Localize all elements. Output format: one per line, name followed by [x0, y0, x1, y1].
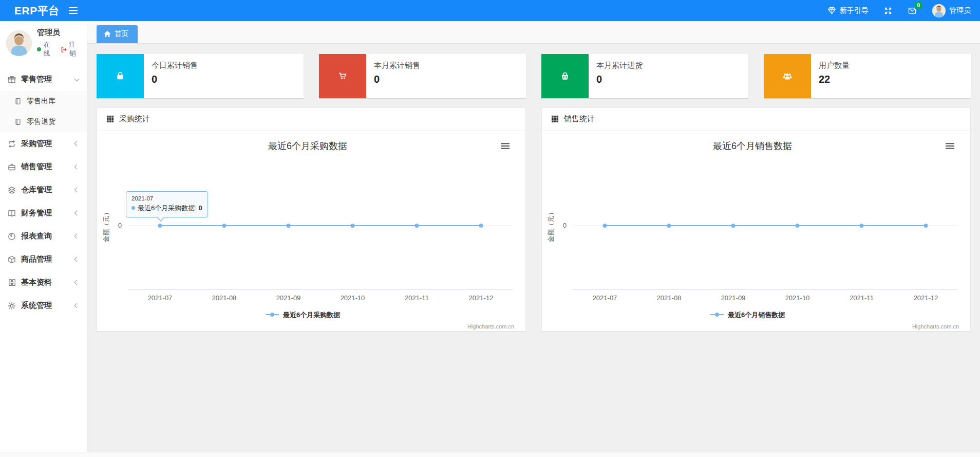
avatar [6, 30, 32, 56]
user-menu[interactable]: 管理员 [932, 4, 971, 17]
stat-card-body: 本月累计进货0 [589, 54, 650, 98]
sidebar-item-label: 销售管理 [21, 162, 70, 172]
main-area: 首页 今日累计销售0本月累计销售0本月累计进货0用户数量22 采购统计 最近6个… [87, 21, 980, 452]
data-point [158, 224, 162, 228]
sidebar-item-报表查询[interactable]: 报表查询 [0, 225, 87, 248]
x-axis-label: 2021-09 [276, 294, 301, 302]
logout-label: 注销 [69, 41, 82, 58]
sidebar-item-系统管理[interactable]: 系统管理 [0, 294, 87, 317]
chevron-down-icon [74, 76, 80, 81]
shopping-bag-icon-box [97, 54, 144, 98]
data-point [731, 224, 736, 228]
home-icon [104, 30, 111, 38]
sidebar-item-仓库管理[interactable]: 仓库管理 [0, 178, 87, 202]
series-dot-icon [131, 206, 135, 210]
data-point [796, 224, 800, 228]
gem-icon [827, 6, 836, 15]
chevron-left-icon [74, 141, 80, 147]
data-point [415, 224, 419, 228]
x-axis-label: 2021-12 [469, 294, 494, 302]
legend-label: 最近6个月销售数据 [727, 311, 785, 319]
stat-card-body: 本月累计销售0 [366, 54, 428, 98]
sidebar-item-label: 财务管理 [21, 208, 70, 218]
navbar-user-name: 管理员 [949, 6, 971, 15]
expand-icon [884, 7, 892, 15]
y-axis-title: 金额（元） [547, 209, 555, 243]
sidebar-menu: 零售管理零售出库零售退货采购管理销售管理仓库管理财务管理报表查询商品管理基本资料… [0, 68, 87, 317]
tooltip-series-line: 最近6个月采购数据: 0 [131, 204, 202, 213]
tab-home[interactable]: 首页 [97, 25, 138, 43]
footer-strip [0, 452, 980, 457]
sidebar-user-name: 管理员 [37, 28, 82, 38]
sidebar-subitem-零售出库[interactable]: 零售出库 [0, 91, 87, 112]
chart-title: 最近6个月采购数据 [268, 141, 347, 151]
legend-item[interactable]: 最近6个月采购数据 [266, 311, 341, 319]
sidebar: 管理员 在线 注销 零售管理零售出库零售退货采购管理销售管理仓库管理财务管理报表… [0, 21, 87, 452]
sidebar-item-财务管理[interactable]: 财务管理 [0, 202, 87, 225]
online-status-label: 在线 [44, 41, 56, 58]
y-axis-tick: 0 [563, 222, 567, 229]
sidebar-subitem-零售退货[interactable]: 零售退货 [0, 112, 87, 132]
sidebar-item-label: 系统管理 [21, 301, 70, 310]
logout-button[interactable]: 注销 [61, 41, 82, 58]
highcharts-watermark: Highcharts.com.cn [467, 323, 514, 330]
sidebar-item-销售管理[interactable]: 销售管理 [0, 155, 87, 178]
gift-icon [7, 75, 16, 84]
sales-chart: 最近6个月销售数据金额（元）02021-072021-082021-092021… [542, 131, 970, 331]
sidebar-item-label: 零售管理 [21, 75, 70, 84]
tooltip-label: 最近6个月采购数据: [138, 204, 198, 212]
panel-title: 销售统计 [564, 114, 595, 124]
chevron-left-icon [74, 188, 80, 193]
guide-button[interactable]: 新手引导 [827, 6, 869, 15]
tab-home-label: 首页 [115, 29, 128, 39]
legend-item[interactable]: 最近6个月销售数据 [710, 311, 785, 319]
stat-cards-row: 今日累计销售0本月累计销售0本月累计进货0用户数量22 [97, 54, 971, 98]
cart-icon-box [319, 54, 366, 98]
stat-card-label: 今日累计销售 [152, 61, 198, 70]
chart-tooltip: 2021-07最近6个月采购数据: 0 [126, 191, 208, 217]
sidebar-item-label: 商品管理 [21, 254, 70, 264]
chart-context-menu-icon[interactable] [501, 143, 510, 149]
tooltip-date: 2021-07 [131, 195, 202, 202]
loop-icon [7, 139, 16, 149]
tooltip-value: 0 [198, 204, 202, 212]
stat-card-value: 0 [152, 74, 198, 85]
basket-icon [560, 71, 570, 81]
x-axis-label: 2021-09 [721, 294, 746, 302]
panel-title: 采购统计 [119, 114, 150, 124]
sidebar-item-label: 报表查询 [21, 231, 70, 241]
data-point [287, 224, 291, 228]
highcharts-watermark: Highcharts.com.cn [912, 323, 959, 330]
sidebar-item-基本资料[interactable]: 基本资料 [0, 271, 87, 294]
sidebar-toggle-icon[interactable] [69, 7, 78, 14]
sidebar-item-label: 采购管理 [21, 139, 70, 149]
data-point [924, 224, 928, 228]
stat-card-用户数量: 用户数量22 [764, 54, 971, 98]
stat-card-value: 22 [819, 74, 850, 85]
panels-row: 采购统计 最近6个月采购数据金额（元）02021-072021-082021-0… [97, 107, 971, 332]
chart-context-menu-icon[interactable] [946, 143, 954, 149]
chart-title: 最近6个月销售数据 [713, 141, 792, 151]
stat-card-value: 0 [596, 74, 643, 85]
mail-badge: 0 [915, 2, 922, 9]
brand-logo[interactable]: ERP平台 [0, 4, 60, 18]
th-grid-icon [550, 115, 559, 124]
sidebar-item-采购管理[interactable]: 采购管理 [0, 132, 87, 155]
guide-label: 新手引导 [840, 6, 869, 15]
data-point [603, 224, 607, 228]
fullscreen-button[interactable] [884, 7, 892, 15]
purchase-chart: 最近6个月采购数据金额（元）02021-072021-082021-092021… [97, 131, 525, 331]
legend-label: 最近6个月采购数据 [282, 311, 341, 319]
purchase-stats-panel: 采购统计 最近6个月采购数据金额（元）02021-072021-082021-0… [97, 107, 526, 332]
gear-icon [7, 301, 16, 310]
top-navbar: ERP平台 新手引导 0 管理员 [0, 0, 980, 21]
sidebar-item-商品管理[interactable]: 商品管理 [0, 248, 87, 271]
data-point [860, 224, 864, 228]
cart-icon [338, 71, 347, 81]
avatar [932, 4, 946, 17]
x-axis-label: 2021-11 [405, 294, 429, 302]
sidebar-submenu: 零售出库零售退货 [0, 91, 87, 132]
layers-icon [7, 186, 16, 195]
mail-button[interactable]: 0 [908, 6, 917, 15]
sidebar-item-零售管理[interactable]: 零售管理 [0, 68, 87, 91]
